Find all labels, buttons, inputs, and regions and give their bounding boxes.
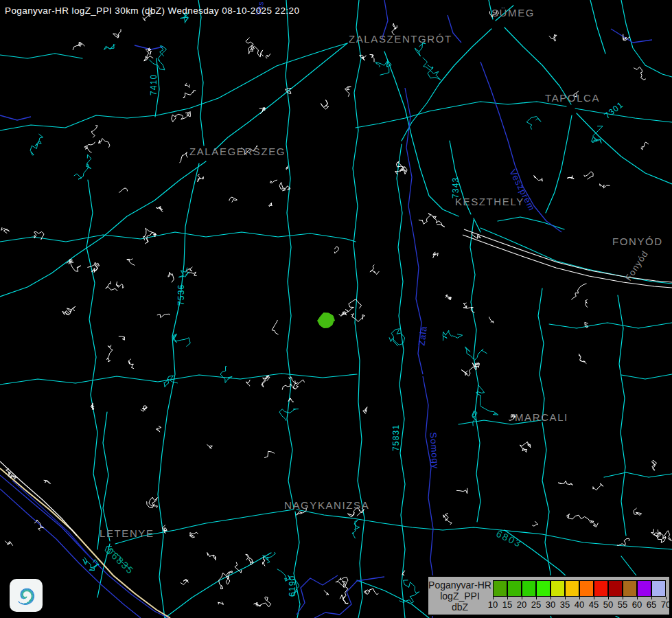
legend-tick-label: 25: [529, 599, 544, 610]
legend-tick-label: 50: [601, 599, 616, 610]
balaton-shore-road-layer: [0, 229, 672, 536]
road-number-label: 7410: [149, 74, 159, 96]
legend-swatch: [507, 580, 522, 597]
legend-swatch: [536, 580, 551, 597]
city-label: KESZTHELY: [455, 196, 524, 207]
city-label: LETENYE: [100, 527, 154, 539]
legend-tick-label: 65: [644, 599, 659, 610]
legend-tick-label: 40: [572, 599, 587, 610]
legend-tick-label: 55: [615, 599, 630, 610]
city-label: FONYÓD: [612, 236, 663, 247]
legend-tick-label: 45: [586, 599, 601, 610]
radar-echo-layer: [318, 313, 335, 328]
legend-radar-name: Poganyvar-HR: [428, 580, 491, 591]
legend-tick-label: 35: [557, 599, 572, 610]
legend-swatch: [623, 580, 637, 597]
legend-ticks: 10152025303540455055606570: [493, 597, 666, 612]
legend-swatch: [579, 580, 594, 597]
legend-swatch: [493, 580, 507, 597]
legend-unit: dbZ: [428, 602, 491, 613]
legend-tick-label: 15: [500, 599, 515, 610]
legend-tick-label: 70: [658, 599, 672, 610]
legend-colorscale: 10152025303540455055606570: [493, 580, 666, 612]
legend: Poganyvar-HR logZ_PPI dbZ 10152025303540…: [427, 575, 671, 616]
city-label: SÜMEG: [491, 7, 535, 19]
road-number-label: 7343: [451, 177, 461, 199]
radar-logo: [10, 579, 43, 612]
city-label: ZALASZENTGRÓT: [349, 33, 452, 45]
legend-tick-label: 60: [629, 599, 645, 610]
legend-tick-label: 10: [485, 599, 500, 610]
radar-screen: Poganyvar-HR logZ_PPI 30km (dbZ) Wednesd…: [0, 0, 672, 618]
city-label: TAPOLCA: [545, 92, 600, 104]
legend-swatch: [565, 580, 579, 597]
road-number-label: 75831: [391, 424, 401, 451]
legend-swatch: [651, 580, 666, 597]
legend-product: logZ_PPI: [428, 591, 491, 602]
legend-swatch: [594, 580, 608, 597]
legend-tick-label: 30: [543, 599, 558, 610]
legend-swatch: [637, 580, 651, 597]
precipitation-echo: [318, 313, 335, 328]
legend-swatch: [522, 580, 536, 597]
legend-colorbar: [493, 580, 666, 597]
product-title: Poganyvar-HR logZ_PPI 30km (dbZ) Wednesd…: [5, 5, 299, 16]
spiral-logo-icon: [10, 579, 43, 612]
city-label: NAGYKANIZSA: [284, 499, 369, 511]
legend-text: Poganyvar-HR logZ_PPI dbZ: [428, 580, 491, 613]
road-number-label: 6190: [288, 575, 297, 597]
road-number-label: 7536: [176, 284, 186, 306]
city-label: MARCALI: [515, 411, 568, 423]
legend-swatch: [551, 580, 565, 597]
legend-swatch: [608, 580, 623, 597]
legend-tick-label: 20: [514, 599, 529, 610]
city-label: ZALAEGERSZEG: [189, 146, 286, 157]
